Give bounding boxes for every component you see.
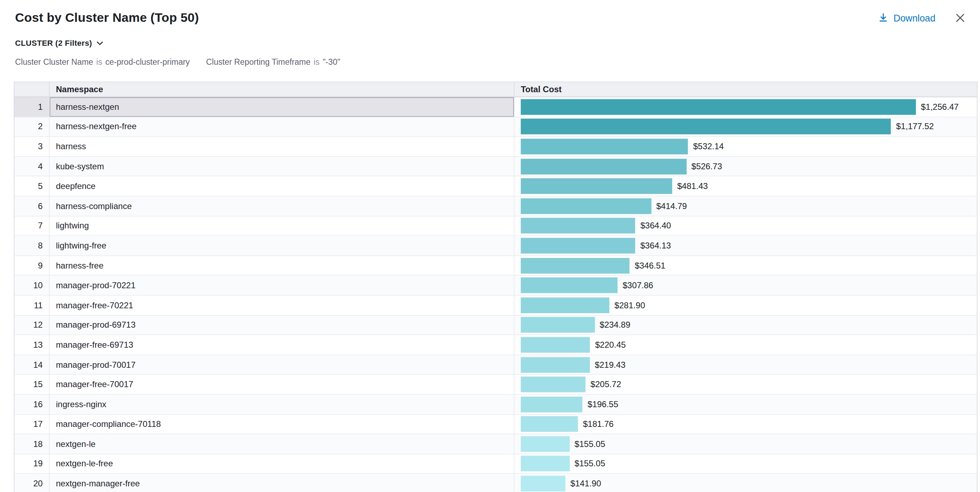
chevron-down-icon bbox=[97, 41, 103, 45]
table-row[interactable]: 17 manager-compliance-70118 $181.76 bbox=[14, 414, 977, 434]
cost-value-label: $532.14 bbox=[693, 142, 724, 151]
namespace-cell[interactable]: nextgen-le bbox=[50, 434, 515, 454]
filter-value: "-30" bbox=[323, 57, 340, 67]
row-number-cell: 20 bbox=[14, 474, 50, 492]
total-cost-cell: $196.55 bbox=[515, 395, 977, 414]
namespace-cell[interactable]: lightwing bbox=[50, 216, 515, 236]
table-row[interactable]: 13 manager-free-69713 $220.45 bbox=[14, 335, 977, 355]
cost-value-label: $1,177.52 bbox=[896, 122, 934, 132]
total-cost-cell: $181.76 bbox=[515, 414, 977, 434]
table-row[interactable]: 6 harness-compliance $414.79 bbox=[14, 196, 977, 216]
row-number-cell: 6 bbox=[14, 196, 50, 216]
col-header-namespace[interactable]: Namespace bbox=[50, 83, 515, 97]
table-row[interactable]: 8 lightwing-free $364.13 bbox=[14, 236, 977, 256]
cost-table: Namespace Total Cost 1 harness-nextgen $… bbox=[14, 82, 978, 492]
cost-bar bbox=[521, 416, 578, 432]
namespace-cell[interactable]: manager-prod-70221 bbox=[50, 276, 515, 295]
namespace-cell[interactable]: manager-prod-69713 bbox=[50, 315, 515, 335]
table-row[interactable]: 3 harness $532.14 bbox=[14, 137, 977, 157]
table-row[interactable]: 4 kube-system $526.73 bbox=[14, 157, 977, 176]
table-row[interactable]: 10 manager-prod-70221 $307.86 bbox=[14, 276, 977, 295]
filter-item[interactable]: Cluster Reporting Timeframe is "-30" bbox=[206, 57, 340, 67]
filter-group-toggle[interactable]: CLUSTER (2 Filters) bbox=[15, 39, 103, 48]
cost-value-label: $234.89 bbox=[600, 320, 630, 330]
total-cost-cell: $481.43 bbox=[515, 177, 977, 196]
cost-bar bbox=[521, 238, 635, 254]
table-row[interactable]: 19 nextgen-le-free $155.05 bbox=[14, 454, 977, 474]
namespace-cell[interactable]: deepfence bbox=[50, 177, 515, 196]
cost-value-label: $219.43 bbox=[595, 360, 625, 370]
namespace-cell[interactable]: lightwing-free bbox=[50, 236, 515, 256]
namespace-cell[interactable]: manager-compliance-70118 bbox=[50, 414, 515, 434]
cost-bar bbox=[521, 317, 595, 333]
total-cost-cell: $220.45 bbox=[515, 335, 977, 355]
row-number-cell: 10 bbox=[14, 276, 50, 295]
namespace-cell[interactable]: kube-system bbox=[50, 157, 515, 176]
filter-item[interactable]: Cluster Cluster Name is ce-prod-cluster-… bbox=[15, 57, 190, 67]
table-row[interactable]: 16 ingress-nginx $196.55 bbox=[14, 395, 977, 414]
namespace-cell[interactable]: manager-prod-70017 bbox=[50, 355, 515, 375]
cost-value-label: $196.55 bbox=[587, 400, 618, 409]
namespace-cell[interactable]: nextgen-le-free bbox=[50, 454, 515, 474]
filter-group-label: CLUSTER (2 Filters) bbox=[15, 39, 92, 48]
col-header-total-cost[interactable]: Total Cost bbox=[515, 83, 977, 97]
cost-value-label: $364.13 bbox=[640, 241, 671, 251]
cost-bar bbox=[521, 337, 590, 353]
filter-operator: is bbox=[96, 57, 102, 67]
namespace-cell[interactable]: harness-nextgen bbox=[50, 97, 515, 117]
total-cost-cell: $526.73 bbox=[515, 157, 977, 176]
table-row[interactable]: 1 harness-nextgen $1,256.47 bbox=[14, 97, 977, 117]
namespace-cell[interactable]: harness-nextgen-free bbox=[50, 117, 515, 137]
cost-bar bbox=[521, 258, 630, 273]
cost-value-label: $481.43 bbox=[677, 182, 708, 191]
table-row[interactable]: 20 nextgen-manager-free $141.90 bbox=[14, 474, 977, 492]
row-number-cell: 8 bbox=[14, 236, 50, 256]
cost-bar bbox=[521, 456, 569, 472]
total-cost-cell: $234.89 bbox=[515, 315, 977, 335]
total-cost-cell: $1,177.52 bbox=[515, 117, 977, 137]
download-icon bbox=[878, 13, 889, 23]
close-button[interactable] bbox=[955, 13, 965, 22]
cost-bar bbox=[521, 436, 569, 452]
namespace-cell[interactable]: nextgen-manager-free bbox=[50, 474, 515, 492]
table-row[interactable]: 12 manager-prod-69713 $234.89 bbox=[14, 315, 977, 335]
cost-bar bbox=[521, 178, 672, 194]
table-row[interactable]: 14 manager-prod-70017 $219.43 bbox=[14, 355, 977, 375]
row-number-cell: 7 bbox=[14, 216, 50, 236]
row-number-cell: 5 bbox=[14, 177, 50, 196]
namespace-cell[interactable]: manager-free-70221 bbox=[50, 296, 515, 315]
total-cost-cell: $155.05 bbox=[515, 454, 977, 474]
filter-operator: is bbox=[313, 57, 320, 67]
table-row[interactable]: 11 manager-free-70221 $281.90 bbox=[14, 296, 977, 315]
close-icon bbox=[955, 13, 965, 22]
cost-by-cluster-panel: Cost by Cluster Name (Top 50) Download C… bbox=[0, 0, 980, 492]
namespace-cell[interactable]: manager-free-70017 bbox=[50, 375, 515, 395]
total-cost-cell: $219.43 bbox=[515, 355, 977, 375]
namespace-cell[interactable]: manager-free-69713 bbox=[50, 335, 515, 355]
table-row[interactable]: 15 manager-free-70017 $205.72 bbox=[14, 375, 977, 395]
namespace-cell[interactable]: harness-free bbox=[50, 256, 515, 276]
total-cost-cell: $281.90 bbox=[515, 296, 977, 315]
total-cost-cell: $1,256.47 bbox=[515, 97, 977, 117]
cost-value-label: $526.73 bbox=[692, 162, 722, 171]
total-cost-cell: $414.79 bbox=[515, 196, 977, 216]
table-row[interactable]: 5 deepfence $481.43 bbox=[14, 177, 977, 196]
cost-value-label: $364.40 bbox=[640, 221, 671, 230]
row-number-cell: 18 bbox=[14, 434, 50, 454]
total-cost-cell: $307.86 bbox=[515, 276, 977, 295]
table-row[interactable]: 9 harness-free $346.51 bbox=[14, 256, 977, 276]
table-row[interactable]: 2 harness-nextgen-free $1,177.52 bbox=[14, 117, 977, 137]
total-cost-cell: $155.05 bbox=[515, 434, 977, 454]
row-number-cell: 2 bbox=[14, 117, 50, 137]
namespace-cell[interactable]: harness bbox=[50, 137, 515, 157]
namespace-cell[interactable]: ingress-nginx bbox=[50, 395, 515, 414]
table-body: 1 harness-nextgen $1,256.47 2 harness-ne… bbox=[14, 97, 977, 492]
filter-summary: Cluster Cluster Name is ce-prod-cluster-… bbox=[15, 57, 980, 67]
total-cost-cell: $141.90 bbox=[515, 474, 977, 492]
cost-value-label: $281.90 bbox=[614, 300, 645, 310]
table-row[interactable]: 18 nextgen-le $155.05 bbox=[14, 434, 977, 454]
table-row[interactable]: 7 lightwing $364.40 bbox=[14, 216, 977, 236]
namespace-cell[interactable]: harness-compliance bbox=[50, 196, 515, 216]
download-button[interactable]: Download bbox=[878, 12, 935, 23]
panel-header: Cost by Cluster Name (Top 50) Download bbox=[0, 0, 980, 26]
